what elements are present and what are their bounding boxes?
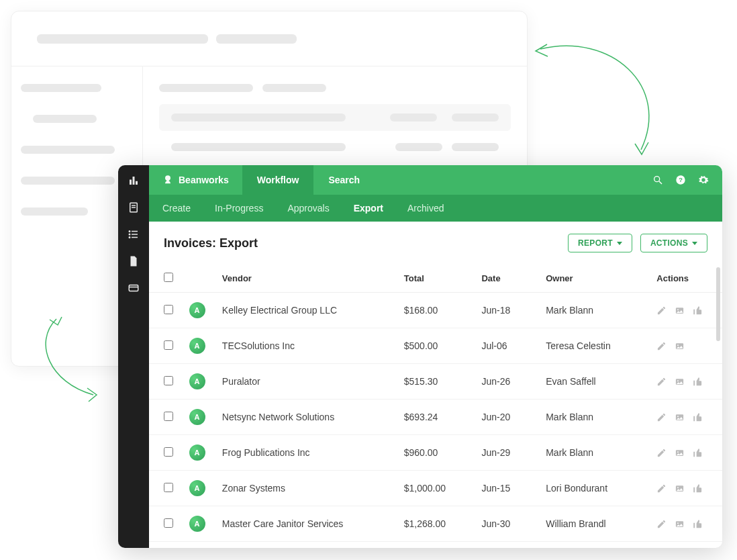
table-row[interactable]: A Frog Publications Inc $960.00 Jun-29 M… bbox=[149, 435, 722, 471]
edit-icon[interactable] bbox=[656, 377, 667, 387]
actions-button[interactable]: ACTIONS bbox=[640, 234, 707, 252]
skeleton-bar bbox=[37, 34, 208, 44]
column-header-vendor[interactable]: Vendor bbox=[215, 265, 397, 293]
row-checkbox[interactable] bbox=[164, 305, 173, 314]
tab-search[interactable]: Search bbox=[313, 165, 375, 195]
svg-rect-12 bbox=[129, 285, 138, 291]
file-icon[interactable] bbox=[128, 255, 140, 267]
chevron-down-icon bbox=[617, 242, 622, 245]
image-icon[interactable] bbox=[675, 412, 685, 422]
image-icon[interactable] bbox=[675, 377, 685, 387]
subtab-in-progress[interactable]: In-Progress bbox=[215, 203, 263, 214]
search-icon[interactable] bbox=[652, 175, 663, 185]
background-topbar bbox=[11, 11, 527, 66]
thumbs-up-icon[interactable] bbox=[693, 306, 703, 316]
subtab-export[interactable]: Export bbox=[354, 203, 383, 214]
tab-workflow[interactable]: Workflow bbox=[242, 165, 314, 195]
table-row[interactable]: A Netsync Network Solutions $693.24 Jun-… bbox=[149, 400, 722, 435]
bar-chart-icon[interactable] bbox=[128, 175, 140, 187]
row-checkbox[interactable] bbox=[164, 483, 173, 492]
edit-icon[interactable] bbox=[656, 448, 667, 458]
skeleton-bar bbox=[21, 207, 88, 216]
image-icon[interactable] bbox=[675, 483, 685, 494]
svg-point-23 bbox=[677, 380, 679, 381]
chevron-down-icon bbox=[692, 242, 697, 245]
row-checkbox[interactable] bbox=[164, 447, 173, 457]
thumbs-up-icon[interactable] bbox=[693, 377, 703, 387]
column-header-date[interactable]: Date bbox=[475, 265, 539, 293]
svg-text:?: ? bbox=[679, 177, 683, 183]
image-icon[interactable] bbox=[675, 448, 685, 458]
cell-total: $168.00 bbox=[397, 293, 475, 328]
brand-label: Beanworks bbox=[179, 175, 229, 185]
row-checkbox[interactable] bbox=[164, 340, 173, 350]
svg-point-14 bbox=[654, 177, 660, 182]
svg-point-9 bbox=[129, 231, 130, 232]
select-all-checkbox[interactable] bbox=[164, 273, 173, 282]
cell-date: Jun-18 bbox=[475, 293, 539, 328]
subtab-approvals[interactable]: Approvals bbox=[287, 203, 329, 214]
edit-icon[interactable] bbox=[656, 306, 667, 316]
svg-point-10 bbox=[129, 234, 130, 235]
cell-owner: Mark Blann bbox=[539, 435, 650, 471]
avatar: A bbox=[189, 338, 205, 354]
cell-owner: William Brandl bbox=[539, 506, 650, 542]
image-icon[interactable] bbox=[675, 341, 685, 351]
avatar: A bbox=[189, 516, 205, 532]
gear-icon[interactable] bbox=[698, 175, 709, 185]
table-row[interactable]: A Kelley Electrical Group LLC $168.00 Ju… bbox=[149, 293, 722, 328]
skeleton-bar bbox=[21, 177, 115, 185]
image-icon[interactable] bbox=[675, 519, 685, 529]
invoice-table: Vendor Total Date Owner Actions A Kelley… bbox=[149, 265, 722, 548]
column-header-owner[interactable]: Owner bbox=[539, 265, 650, 293]
table-row[interactable]: A CnC Pro Audio Video $1,500.00 Jul-02 R… bbox=[149, 542, 722, 549]
scrollbar[interactable] bbox=[716, 267, 720, 341]
skeleton-bar bbox=[33, 115, 97, 123]
table-row[interactable]: A TECSolutions Inc $500.00 Jul-06 Teresa… bbox=[149, 328, 722, 364]
cell-vendor: Frog Publications Inc bbox=[215, 435, 397, 471]
edit-icon[interactable] bbox=[656, 519, 667, 529]
thumbs-up-icon[interactable] bbox=[693, 483, 703, 494]
cell-date: Jul-06 bbox=[475, 328, 539, 364]
cell-owner: Ricardo Mccullen bbox=[539, 542, 650, 549]
cell-total: $1,268.00 bbox=[397, 506, 475, 542]
edit-icon[interactable] bbox=[656, 341, 667, 351]
edit-icon[interactable] bbox=[656, 483, 667, 494]
beanworks-app-window: Beanworks Workflow Search ? Create In-Pr… bbox=[118, 165, 722, 548]
cell-total: $1,500.00 bbox=[397, 542, 475, 549]
edit-icon[interactable] bbox=[656, 412, 667, 422]
subtab-create[interactable]: Create bbox=[162, 203, 191, 214]
table-row[interactable]: A Zonar Systems $1,000.00 Jun-15 Lori Bo… bbox=[149, 471, 722, 506]
arrow-decoration bbox=[530, 39, 678, 160]
svg-point-27 bbox=[677, 451, 679, 453]
top-navbar: Beanworks Workflow Search ? bbox=[149, 165, 722, 195]
help-icon[interactable]: ? bbox=[675, 175, 686, 185]
cell-total: $960.00 bbox=[397, 435, 475, 471]
column-header-actions: Actions bbox=[650, 265, 722, 293]
report-button[interactable]: REPORT bbox=[568, 234, 632, 252]
beanworks-logo-icon bbox=[162, 175, 173, 185]
card-icon[interactable] bbox=[128, 282, 140, 294]
document-icon[interactable] bbox=[128, 201, 140, 214]
cell-owner: Lori Bondurant bbox=[539, 471, 650, 506]
thumbs-up-icon[interactable] bbox=[693, 519, 703, 529]
page-header: Invoices: Export REPORT ACTIONS bbox=[149, 222, 722, 265]
svg-point-29 bbox=[677, 487, 679, 488]
avatar: A bbox=[189, 302, 205, 318]
brand-logo[interactable]: Beanworks bbox=[149, 165, 242, 195]
image-icon[interactable] bbox=[675, 306, 685, 316]
row-checkbox[interactable] bbox=[164, 412, 173, 421]
cell-date: Jun-15 bbox=[475, 471, 539, 506]
list-icon[interactable] bbox=[128, 228, 140, 240]
cell-vendor: Kelley Electrical Group LLC bbox=[215, 293, 397, 328]
cell-owner: Teresa Celestin bbox=[539, 328, 650, 364]
row-checkbox[interactable] bbox=[164, 518, 173, 528]
thumbs-up-icon[interactable] bbox=[693, 448, 703, 458]
cell-owner: Mark Blann bbox=[539, 293, 650, 328]
table-row[interactable]: A Puralator $515.30 Jun-26 Evan Saffell bbox=[149, 364, 722, 400]
column-header-total[interactable]: Total bbox=[397, 265, 475, 293]
thumbs-up-icon[interactable] bbox=[693, 412, 703, 422]
table-row[interactable]: A Master Care Janitor Services $1,268.00… bbox=[149, 506, 722, 542]
subtab-archived[interactable]: Archived bbox=[407, 203, 444, 214]
row-checkbox[interactable] bbox=[164, 376, 173, 385]
